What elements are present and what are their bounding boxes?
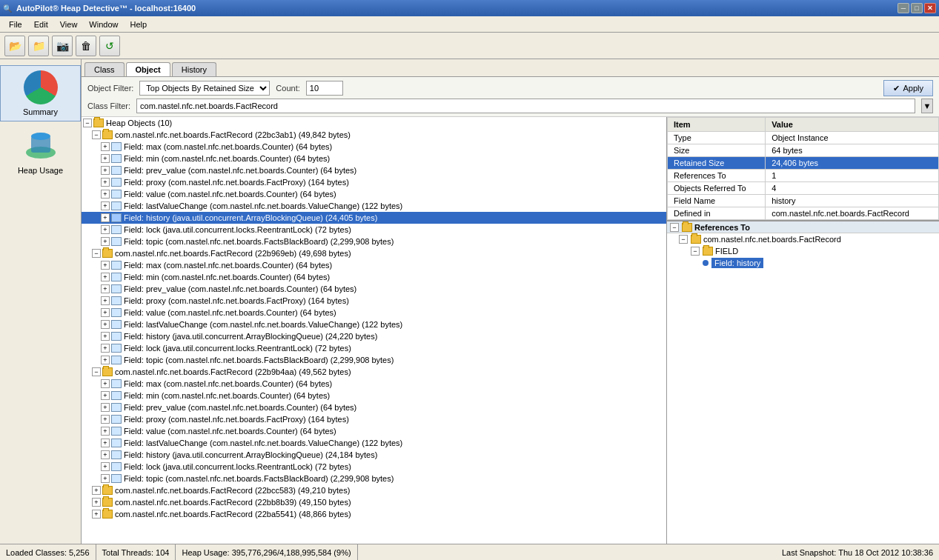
- object-filter-select[interactable]: Top Objects By Retained Size: [139, 81, 270, 96]
- class-filter-dropdown[interactable]: ▼: [921, 99, 933, 113]
- list-item[interactable]: + Field: history (java.util.concurrent.A…: [82, 330, 666, 342]
- list-item[interactable]: + Field: value (com.nastel.nfc.net.board…: [82, 188, 666, 200]
- refs-tree-item-3[interactable]: Field: history: [667, 257, 939, 269]
- expand-field[interactable]: +: [101, 332, 110, 341]
- list-item[interactable]: + Field: lastValueChange (com.nastel.nfc…: [82, 319, 666, 330]
- expand-field[interactable]: +: [101, 142, 110, 151]
- menu-edit[interactable]: Edit: [28, 19, 54, 30]
- expand-field[interactable]: +: [101, 344, 110, 353]
- minimize-button[interactable]: ─: [897, 3, 909, 13]
- list-item[interactable]: + Field: value (com.nastel.nfc.net.board…: [82, 307, 666, 319]
- list-item[interactable]: − com.nastel.nfc.net.boards.FactRecord (…: [82, 366, 666, 378]
- expand-6[interactable]: +: [92, 510, 101, 519]
- expand-field[interactable]: +: [101, 391, 110, 400]
- list-item[interactable]: + Field: lock (java.util.concurrent.lock…: [82, 342, 666, 354]
- expand-field[interactable]: +: [101, 201, 110, 210]
- menu-help[interactable]: Help: [124, 19, 153, 30]
- apply-button[interactable]: ✔ Apply: [883, 80, 933, 96]
- tab-history[interactable]: History: [172, 62, 216, 76]
- list-item[interactable]: + Field: history (java.util.concurrent.A…: [82, 212, 666, 224]
- open-folder-button[interactable]: 📂: [4, 36, 25, 56]
- menu-view[interactable]: View: [54, 19, 84, 30]
- list-item[interactable]: − com.nastel.nfc.net.boards.FactRecord (…: [82, 247, 666, 259]
- delete-button[interactable]: 🗑: [76, 36, 96, 56]
- expand-field[interactable]: +: [101, 261, 110, 270]
- refresh-button[interactable]: ↺: [99, 36, 120, 56]
- tab-object[interactable]: Object: [126, 62, 170, 76]
- list-item[interactable]: + Field: max (com.nastel.nfc.net.boards.…: [82, 259, 666, 271]
- list-item[interactable]: + Field: topic (com.nastel.nfc.net.board…: [82, 236, 666, 247]
- list-item[interactable]: + Field: prev_value (com.nastel.nfc.net.…: [82, 164, 666, 176]
- list-item[interactable]: + Field: topic (com.nastel.nfc.net.board…: [82, 473, 666, 484]
- list-item[interactable]: + Field: proxy (com.nastel.nfc.net.board…: [82, 295, 666, 307]
- menu-file[interactable]: File: [3, 19, 28, 30]
- list-item[interactable]: + Field: lastValueChange (com.nastel.nfc…: [82, 200, 666, 212]
- expand-field[interactable]: +: [101, 450, 110, 459]
- expand-1[interactable]: −: [92, 130, 101, 139]
- expand-5[interactable]: +: [92, 498, 101, 507]
- expand-field[interactable]: +: [101, 415, 110, 424]
- list-item[interactable]: + Field: history (java.util.concurrent.A…: [82, 449, 666, 461]
- expand-field[interactable]: +: [101, 308, 110, 317]
- expand-field[interactable]: +: [101, 284, 110, 293]
- expand-field[interactable]: +: [101, 462, 110, 471]
- list-item[interactable]: + Field: lock (java.util.concurrent.lock…: [82, 461, 666, 473]
- expand-field[interactable]: +: [101, 273, 110, 281]
- tab-class[interactable]: Class: [84, 62, 125, 76]
- refs-tree-item-1[interactable]: − com.nastel.nfc.net.boards.FactRecord: [667, 233, 939, 245]
- refs-expand-2[interactable]: −: [691, 247, 700, 256]
- list-item[interactable]: − com.nastel.nfc.net.boards.FactRecord (…: [82, 129, 666, 141]
- list-item[interactable]: + Field: lastValueChange (com.nastel.nfc…: [82, 437, 666, 449]
- refs-expand-1[interactable]: −: [679, 235, 688, 244]
- refs-tree-item-2[interactable]: − FIELD: [667, 245, 939, 257]
- expand-field[interactable]: +: [101, 403, 110, 412]
- expand-field[interactable]: +: [101, 439, 110, 447]
- expand-root[interactable]: −: [83, 119, 92, 127]
- expand-2[interactable]: −: [92, 249, 101, 258]
- list-item[interactable]: + com.nastel.nfc.net.boards.FactRecord (…: [82, 508, 666, 520]
- field-icon: [111, 273, 122, 281]
- tree-scroll[interactable]: − Heap Objects (10) − com.nastel.nfc.net…: [82, 117, 666, 544]
- list-item[interactable]: + com.nastel.nfc.net.boards.FactRecord (…: [82, 496, 666, 508]
- expand-field[interactable]: +: [101, 320, 110, 329]
- tree-node-text: Field: max (com.nastel.nfc.net.boards.Co…: [124, 261, 332, 270]
- list-item[interactable]: + com.nastel.nfc.net.boards.FactRecord (…: [82, 484, 666, 496]
- expand-field[interactable]: +: [101, 166, 110, 175]
- list-item[interactable]: + Field: prev_value (com.nastel.nfc.net.…: [82, 401, 666, 413]
- expand-field[interactable]: +: [101, 474, 110, 483]
- list-item[interactable]: + Field: proxy (com.nastel.nfc.net.board…: [82, 413, 666, 425]
- list-item[interactable]: + Field: proxy (com.nastel.nfc.net.board…: [82, 176, 666, 188]
- refs-expand[interactable]: −: [670, 223, 679, 232]
- list-item[interactable]: + Field: min (com.nastel.nfc.net.boards.…: [82, 271, 666, 283]
- list-item[interactable]: + Field: prev_value (com.nastel.nfc.net.…: [82, 283, 666, 295]
- expand-field[interactable]: +: [101, 213, 110, 222]
- list-item[interactable]: + Field: max (com.nastel.nfc.net.boards.…: [82, 378, 666, 390]
- expand-field[interactable]: +: [101, 190, 110, 199]
- expand-field[interactable]: +: [101, 427, 110, 436]
- expand-field[interactable]: +: [101, 154, 110, 163]
- menu-window[interactable]: Window: [83, 19, 124, 30]
- list-item[interactable]: + Field: min (com.nastel.nfc.net.boards.…: [82, 390, 666, 401]
- expand-field[interactable]: +: [101, 356, 110, 364]
- sidebar-item-heap[interactable]: Heap Usage: [0, 124, 81, 179]
- snapshot-button[interactable]: 📷: [52, 36, 73, 56]
- sidebar-item-summary[interactable]: Summary: [0, 65, 81, 121]
- list-item[interactable]: + Field: max (com.nastel.nfc.net.boards.…: [82, 141, 666, 153]
- list-item[interactable]: + Field: min (com.nastel.nfc.net.boards.…: [82, 153, 666, 164]
- list-item[interactable]: + Field: value (com.nastel.nfc.net.board…: [82, 425, 666, 437]
- expand-field[interactable]: +: [101, 379, 110, 388]
- maximize-button[interactable]: □: [911, 3, 923, 13]
- list-item[interactable]: + Field: lock (java.util.concurrent.lock…: [82, 224, 666, 236]
- class-filter-input[interactable]: [136, 99, 915, 113]
- close-button[interactable]: ✕: [924, 3, 936, 13]
- count-input[interactable]: [306, 81, 343, 96]
- expand-field[interactable]: +: [101, 225, 110, 234]
- expand-4[interactable]: +: [92, 486, 101, 495]
- tree-root[interactable]: − Heap Objects (10): [82, 117, 666, 129]
- expand-field[interactable]: +: [101, 178, 110, 187]
- expand-3[interactable]: −: [92, 367, 101, 376]
- expand-field[interactable]: +: [101, 296, 110, 305]
- new-folder-button[interactable]: 📁: [28, 36, 49, 56]
- list-item[interactable]: + Field: topic (com.nastel.nfc.net.board…: [82, 354, 666, 366]
- expand-field[interactable]: +: [101, 237, 110, 246]
